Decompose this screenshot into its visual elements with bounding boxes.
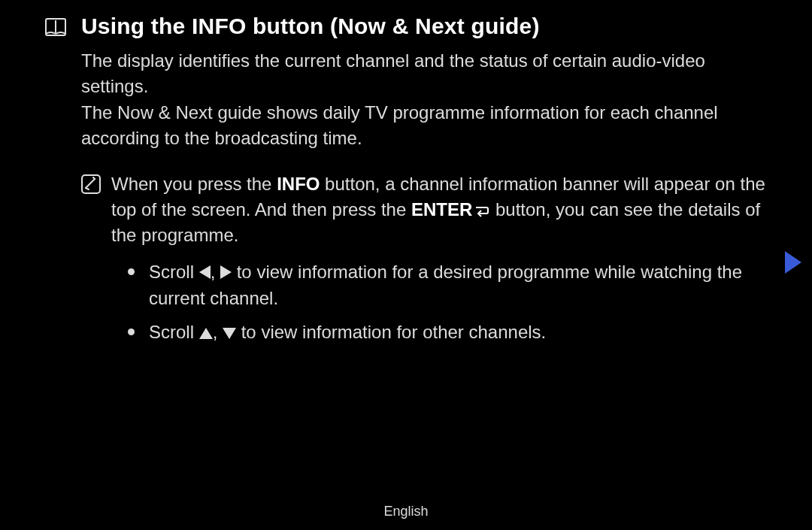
- right-arrow-icon: [220, 265, 232, 279]
- next-page-arrow[interactable]: [785, 251, 801, 274]
- enter-icon: [474, 204, 490, 217]
- b2-pre: Scroll: [149, 322, 199, 342]
- paragraph-2: The Now & Next guide shows daily TV prog…: [81, 100, 767, 150]
- language-label: English: [0, 504, 812, 519]
- left-arrow-icon: [199, 265, 211, 279]
- info-label: INFO: [277, 174, 320, 194]
- b1-pre: Scroll: [149, 262, 199, 282]
- book-icon: [45, 18, 66, 36]
- down-arrow-icon: [223, 328, 236, 339]
- note-pre1: When you press the: [111, 174, 277, 194]
- b1-post: to view information for a desired progra…: [149, 262, 742, 308]
- bullet-1: Scroll , to view information for a desir…: [128, 259, 767, 312]
- paragraph-1: The display identifies the current chann…: [81, 48, 767, 98]
- b2-post: to view information for other channels.: [236, 322, 546, 342]
- up-arrow-icon: [199, 328, 213, 339]
- svg-rect-1: [82, 175, 100, 193]
- note-text: When you press the INFO button, a channe…: [111, 171, 767, 247]
- enter-label: ENTER: [411, 199, 472, 220]
- bullet-2: Scroll , to view information for other c…: [128, 320, 767, 346]
- note-icon: [81, 174, 101, 194]
- page-title: Using the INFO button (Now & Next guide): [81, 14, 540, 39]
